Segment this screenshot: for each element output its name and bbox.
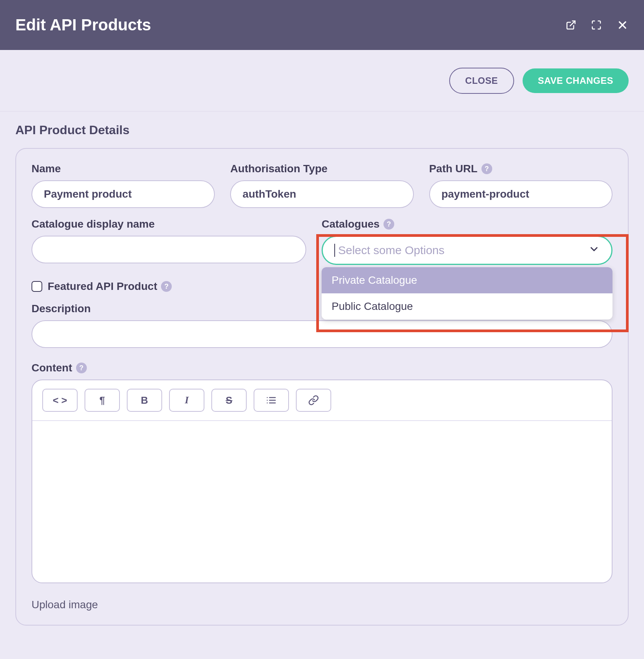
editor-link-button[interactable] bbox=[296, 389, 331, 412]
close-button[interactable]: CLOSE bbox=[449, 68, 514, 94]
content-help-icon[interactable]: ? bbox=[76, 363, 87, 373]
content-label: Content ? bbox=[32, 362, 612, 374]
editor-paragraph-button[interactable]: ¶ bbox=[85, 389, 120, 412]
featured-checkbox[interactable] bbox=[32, 281, 42, 292]
editor-toolbar: < > ¶ B I S bbox=[32, 380, 612, 421]
details-panel: Name Authorisation Type Path URL ? Catal… bbox=[15, 148, 629, 626]
chevron-down-icon bbox=[588, 243, 600, 258]
editor-italic-button[interactable]: I bbox=[169, 389, 204, 412]
catalogue-display-label: Catalogue display name bbox=[32, 218, 306, 230]
auth-type-input[interactable] bbox=[230, 180, 413, 208]
content-label-text: Content bbox=[32, 362, 72, 374]
fullscreen-icon[interactable] bbox=[591, 20, 602, 30]
text-cursor bbox=[334, 244, 335, 257]
editor-strike-button[interactable]: S bbox=[211, 389, 247, 412]
catalogues-placeholder-container: Select some Options bbox=[334, 244, 445, 257]
catalogues-dropdown: Private Catalogue Public Catalogue bbox=[322, 267, 612, 320]
content-editor: < > ¶ B I S bbox=[32, 379, 612, 583]
catalogues-help-icon[interactable]: ? bbox=[383, 219, 394, 230]
editor-list-button[interactable] bbox=[254, 389, 289, 412]
description-input[interactable] bbox=[32, 320, 612, 348]
action-toolbar: CLOSE SAVE CHANGES bbox=[0, 50, 644, 111]
catalogue-display-input[interactable] bbox=[32, 236, 306, 263]
upload-image-label: Upload image bbox=[32, 599, 612, 611]
catalogues-select[interactable]: Select some Options bbox=[322, 236, 612, 265]
section-title: API Product Details bbox=[15, 123, 629, 137]
dropdown-option-private[interactable]: Private Catalogue bbox=[322, 267, 612, 293]
auth-type-label: Authorisation Type bbox=[230, 163, 413, 175]
editor-body[interactable] bbox=[32, 421, 612, 582]
external-link-icon[interactable] bbox=[566, 20, 576, 30]
editor-strike-text: S bbox=[226, 394, 232, 406]
editor-bold-button[interactable]: B bbox=[127, 389, 162, 412]
modal-title: Edit API Products bbox=[15, 16, 151, 34]
path-url-input[interactable] bbox=[429, 180, 612, 208]
close-icon[interactable] bbox=[616, 19, 629, 31]
modal-header: Edit API Products bbox=[0, 0, 644, 50]
featured-label: Featured API Product ? bbox=[48, 280, 172, 293]
catalogues-placeholder: Select some Options bbox=[338, 244, 445, 257]
dropdown-option-public[interactable]: Public Catalogue bbox=[322, 293, 612, 320]
catalogues-label-text: Catalogues bbox=[322, 218, 380, 230]
save-changes-button[interactable]: SAVE CHANGES bbox=[523, 68, 629, 93]
featured-label-text: Featured API Product bbox=[48, 280, 157, 293]
editor-italic-text: I bbox=[185, 394, 189, 406]
svg-line-0 bbox=[570, 21, 575, 26]
featured-help-icon[interactable]: ? bbox=[161, 281, 172, 292]
catalogues-select-wrapper: Select some Options Private Catalogue Pu… bbox=[322, 236, 612, 265]
name-label: Name bbox=[32, 163, 215, 175]
path-url-label: Path URL ? bbox=[429, 163, 612, 175]
catalogues-label: Catalogues ? bbox=[322, 218, 612, 230]
editor-code-button[interactable]: < > bbox=[42, 389, 78, 412]
path-url-label-text: Path URL bbox=[429, 163, 478, 175]
name-input[interactable] bbox=[32, 180, 215, 208]
content-area: API Product Details Name Authorisation T… bbox=[0, 111, 644, 626]
path-url-help-icon[interactable]: ? bbox=[481, 163, 492, 174]
header-icon-group bbox=[566, 19, 629, 31]
